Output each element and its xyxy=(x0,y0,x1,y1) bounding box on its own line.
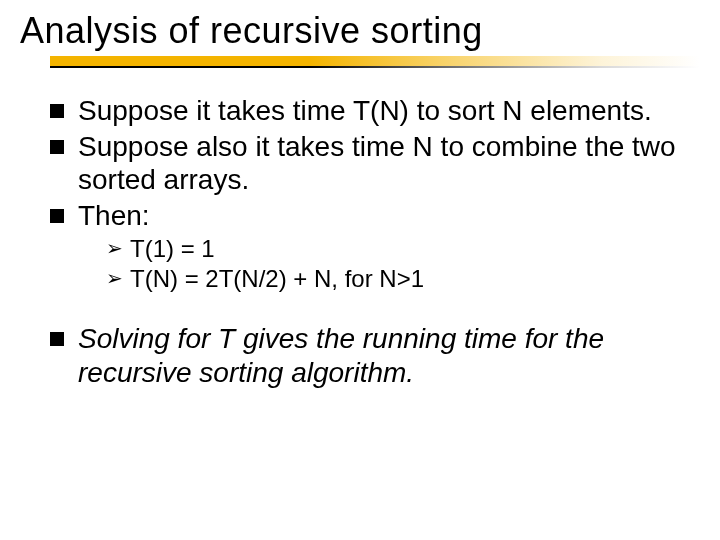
sub-bullet-text: T(1) = 1 xyxy=(130,235,215,262)
bullet-list: Suppose it takes time T(N) to sort N ele… xyxy=(20,94,700,294)
bullet-item: Suppose also it takes time N to combine … xyxy=(50,130,690,197)
sub-bullet-list: T(1) = 1 T(N) = 2T(N/2) + N, for N>1 xyxy=(78,234,690,294)
bullet-item: Then: T(1) = 1 T(N) = 2T(N/2) + N, for N… xyxy=(50,199,690,295)
title-underline xyxy=(20,56,700,74)
bullet-text: Solving for T gives the running time for… xyxy=(78,323,604,388)
spacer xyxy=(20,304,700,322)
bullet-item: Solving for T gives the running time for… xyxy=(50,322,690,389)
slide-title: Analysis of recursive sorting xyxy=(20,10,700,52)
sub-bullet-item: T(N) = 2T(N/2) + N, for N>1 xyxy=(106,264,690,294)
bullet-item: Suppose it takes time T(N) to sort N ele… xyxy=(50,94,690,128)
slide: Analysis of recursive sorting Suppose it… xyxy=(0,0,720,540)
bullet-text: Suppose it takes time T(N) to sort N ele… xyxy=(78,95,652,126)
sub-bullet-item: T(1) = 1 xyxy=(106,234,690,264)
bullet-list-2: Solving for T gives the running time for… xyxy=(20,322,700,389)
sub-bullet-text: T(N) = 2T(N/2) + N, for N>1 xyxy=(130,265,424,292)
bullet-text: Suppose also it takes time N to combine … xyxy=(78,131,676,196)
bullet-text: Then: xyxy=(78,200,150,231)
